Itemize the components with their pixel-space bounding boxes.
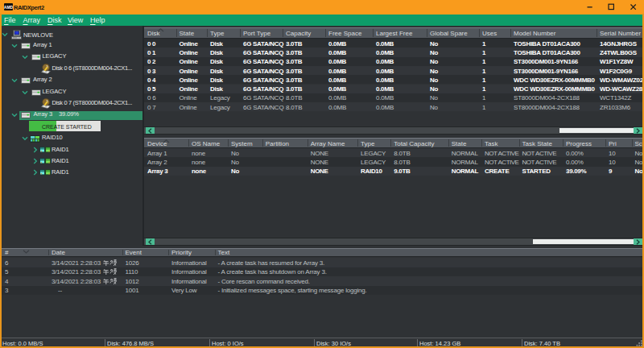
svg-text:AMD: AMD [4, 5, 13, 10]
